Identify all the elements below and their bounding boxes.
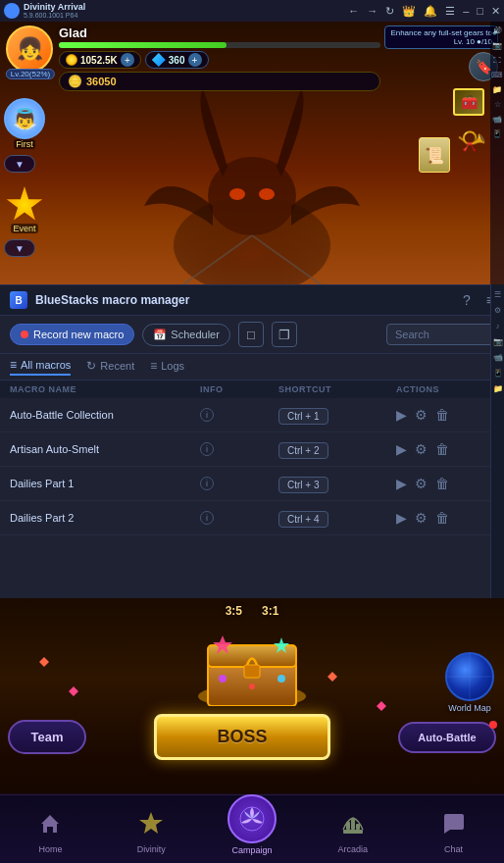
sidebar-sound[interactable]: ♪: [492, 320, 504, 331]
home-label: Home: [38, 844, 62, 854]
delete-icon-3[interactable]: 🗑: [435, 510, 449, 526]
campaign-icon: [236, 803, 268, 835]
tab-recent[interactable]: ↻ Recent: [86, 359, 134, 375]
sidebar-expand[interactable]: ☰: [492, 288, 504, 300]
sidebar-folder[interactable]: 📁: [492, 382, 504, 394]
settings-icon-3[interactable]: ⚙: [415, 510, 428, 526]
collapse-btn-1[interactable]: ▼: [4, 155, 35, 173]
settings-icon-0[interactable]: ⚙: [415, 407, 428, 423]
sidebar-camera[interactable]: 📹: [492, 351, 504, 363]
settings-icon-2[interactable]: ⚙: [415, 476, 428, 491]
sidebar-settings[interactable]: ⚙: [492, 304, 504, 316]
table-row: Dailies Part 2 i Ctrl + 4 ▶ ⚙ 🗑: [0, 501, 504, 535]
shortcut-1: Ctrl + 2: [278, 440, 396, 458]
play-icon-0[interactable]: ▶: [396, 407, 407, 423]
event-item[interactable]: Event: [4, 186, 45, 233]
info-icon-2[interactable]: i: [200, 477, 214, 490]
boss-btn[interactable]: BOSS: [154, 714, 330, 760]
bs-logo: B: [10, 291, 27, 309]
close-btn[interactable]: ✕: [491, 5, 500, 18]
app-name: Divinity Arrival: [24, 3, 85, 12]
phone-icon[interactable]: 📱: [491, 127, 503, 139]
nav-item-campaign[interactable]: Campaign: [202, 795, 303, 863]
nav-item-divinity[interactable]: Divinity: [101, 795, 202, 863]
macro-info-0: i: [200, 408, 278, 422]
nav-item-chat[interactable]: Chat: [403, 795, 504, 863]
bell-icon[interactable]: 🔔: [424, 5, 437, 18]
avatar-area: 👧 Lv.20(52%): [6, 25, 55, 79]
forward-btn[interactable]: →: [367, 5, 378, 17]
refresh-btn[interactable]: ↻: [385, 5, 394, 18]
nav-item-arcadia[interactable]: Arcadia: [302, 795, 403, 863]
world-map-btn[interactable]: World Map: [445, 652, 494, 713]
sidebar-screenshot[interactable]: 📷: [492, 335, 504, 347]
add-gold-btn[interactable]: +: [121, 53, 134, 67]
exp-bar-fill: [59, 42, 227, 48]
macro-name-0: Auto-Battle Collection: [10, 409, 200, 421]
info-icon-3[interactable]: i: [200, 511, 214, 525]
camera-icon[interactable]: 📹: [491, 113, 503, 125]
maximize-btn[interactable]: □: [477, 5, 483, 17]
tab-logs[interactable]: ≡ Logs: [150, 359, 184, 375]
game-hud: 👧 Lv.20(52%) Glad 1052.5K + 360 +: [0, 22, 504, 95]
add-gems-btn[interactable]: +: [188, 53, 202, 67]
macro-name-2: Dailies Part 1: [10, 478, 200, 489]
first-item[interactable]: 👼 First: [4, 98, 45, 149]
delete-icon-1[interactable]: 🗑: [435, 441, 449, 457]
star-icon-side[interactable]: ☆: [491, 98, 503, 110]
table-row: Artisan Auto-Smelt i Ctrl + 2 ▶ ⚙ 🗑: [0, 432, 504, 467]
app-version: 5.9.600.1001 P64: [24, 12, 85, 19]
sidebar-phone[interactable]: 📱: [492, 367, 504, 379]
autobattle-btn[interactable]: Auto-Battle: [398, 722, 496, 753]
campaign-label: Campaign: [231, 845, 272, 855]
score-right: 3:1: [262, 604, 278, 618]
table-row: Auto-Battle Collection i Ctrl + 1 ▶ ⚙ 🗑: [0, 398, 504, 432]
enhance-banner: Enhance any full-set gears toLv. 10 ●/10: [384, 25, 498, 49]
tab-all-macros[interactable]: ≡ All macros: [10, 358, 71, 376]
search-input[interactable]: [386, 324, 494, 345]
settings-icon[interactable]: ☰: [445, 5, 455, 18]
svg-rect-20: [343, 830, 363, 834]
logs-icon: ≡: [150, 359, 157, 373]
world-map-label: World Map: [448, 703, 490, 713]
info-icon-0[interactable]: i: [200, 408, 214, 422]
hud-right: Enhance any full-set gears toLv. 10 ●/10…: [384, 25, 498, 81]
collapse-btn-2[interactable]: ▼: [4, 239, 35, 257]
trumpet-item[interactable]: 📯: [457, 127, 486, 155]
all-macros-icon: ≡: [10, 358, 17, 372]
team-btn[interactable]: Team: [8, 720, 86, 754]
divinity-label: Divinity: [137, 844, 166, 854]
window-controls: ← → ↻ 👑 🔔 ☰ – □ ✕: [348, 5, 500, 18]
demon-svg: [105, 88, 399, 284]
expand-icon[interactable]: ⛶: [491, 54, 503, 66]
import-btn[interactable]: □: [238, 322, 264, 347]
gem-value: 360: [169, 55, 185, 66]
play-icon-2[interactable]: ▶: [396, 476, 407, 491]
help-icon[interactable]: ?: [463, 292, 471, 308]
record-new-macro-btn[interactable]: Record new macro: [10, 324, 134, 345]
nav-item-home[interactable]: Home: [0, 795, 101, 863]
screenshot-icon[interactable]: 📷: [491, 39, 503, 51]
keyboard-icon[interactable]: ⌨: [491, 69, 503, 80]
info-icon-1[interactable]: i: [200, 442, 214, 456]
first-label: First: [14, 139, 35, 149]
play-icon-3[interactable]: ▶: [396, 510, 407, 526]
game-right-strip: 🔊 📷 ⛶ ⌨ 📁 ☆ 📹 📱: [490, 22, 504, 284]
delete-icon-0[interactable]: 🗑: [435, 407, 449, 423]
scheduler-btn[interactable]: 📅 Scheduler: [142, 324, 230, 346]
play-icon-1[interactable]: ▶: [396, 441, 407, 457]
avatar[interactable]: 👧: [6, 25, 53, 73]
scroll-item[interactable]: 📜: [419, 137, 450, 173]
settings-icon-1[interactable]: ⚙: [415, 441, 428, 457]
boss-battle-row: Team BOSS Auto-Battle: [0, 714, 504, 760]
svg-rect-23: [356, 824, 360, 830]
sound-icon[interactable]: 🔊: [491, 25, 503, 36]
minimize-btn[interactable]: –: [463, 5, 469, 17]
delete-icon-2[interactable]: 🗑: [435, 476, 449, 491]
arcadia-icon-container: [334, 805, 372, 842]
shortcut-0: Ctrl + 1: [278, 406, 396, 424]
back-btn[interactable]: ←: [348, 5, 359, 17]
svg-marker-18: [139, 812, 163, 834]
folder-icon[interactable]: 📁: [491, 83, 503, 95]
export-btn[interactable]: ❐: [272, 322, 297, 347]
